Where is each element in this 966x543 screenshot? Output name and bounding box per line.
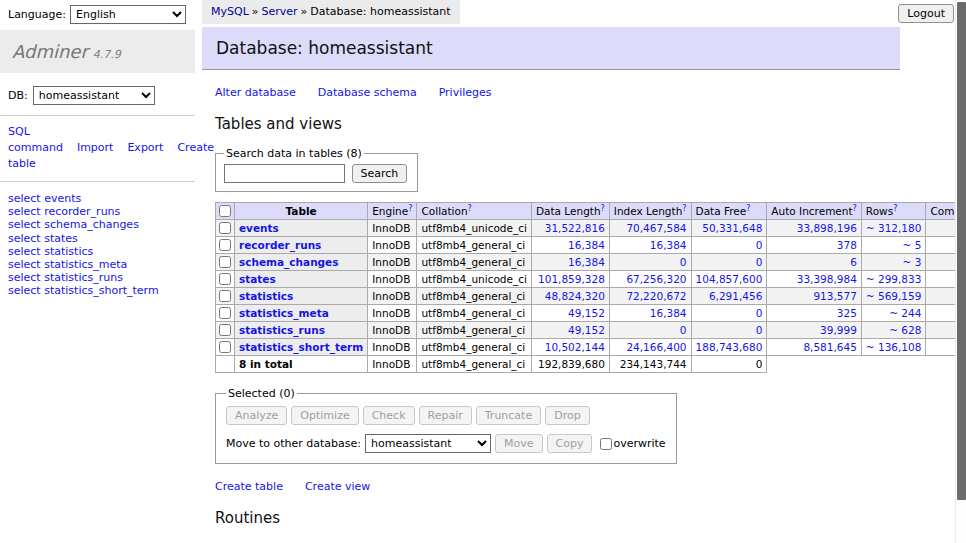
search-button[interactable]: Search [352,164,408,183]
data-free-link[interactable]: 0 [756,307,763,319]
sidebar-select-table-link[interactable]: select recorder_runs [8,205,120,218]
language-select[interactable]: English [70,5,186,24]
index-length-link[interactable]: 67,256,320 [626,273,686,285]
sidebar-select-table-link[interactable]: select statistics_runs [8,271,123,284]
row-checkbox[interactable] [219,341,231,353]
data-free-link[interactable]: 104,857,600 [696,273,763,285]
sidebar-select-table-link[interactable]: select statistics_short_term [8,284,159,297]
selected-action-button[interactable]: Check [363,406,415,425]
table-name-link[interactable]: statistics_runs [239,324,325,336]
column-help-link[interactable]: ? [408,204,412,213]
rows-count-link[interactable]: ~ 299,833 [866,273,922,285]
auto-increment-link[interactable]: 33,398,984 [797,273,857,285]
row-checkbox[interactable] [219,256,231,268]
row-checkbox[interactable] [219,222,231,234]
data-length-link[interactable]: 101,859,328 [538,273,605,285]
data-length-link[interactable]: 49,152 [568,307,605,319]
sidebar-select-table-link[interactable]: select statistics [8,245,93,258]
sidebar-action-link[interactable]: Export [127,141,163,154]
database-action-link[interactable]: Alter database [215,86,296,99]
rows-count-link[interactable]: ~ 5 [903,239,922,251]
select-all-checkbox[interactable] [219,205,231,217]
sidebar-select-table-link[interactable]: select events [8,192,81,205]
table-name-link[interactable]: states [239,273,276,285]
move-button[interactable]: Move [495,434,543,453]
database-action-link[interactable]: Privileges [439,86,492,99]
db-select[interactable]: homeassistant [33,86,155,105]
data-length-link[interactable]: 49,152 [568,324,605,336]
index-length-link[interactable]: 0 [680,256,687,268]
rows-count-link[interactable]: ~ 3 [903,256,922,268]
sidebar-select-table-link[interactable]: select statistics_meta [8,258,127,271]
data-length-link[interactable]: 16,384 [568,256,605,268]
data-length-link[interactable]: 48,824,320 [545,290,605,302]
row-checkbox[interactable] [219,324,231,336]
index-length-link[interactable]: 72,220,672 [626,290,686,302]
index-length-link[interactable]: 0 [680,324,687,336]
table-name-link[interactable]: schema_changes [239,256,339,268]
data-free-link[interactable]: 188,743,680 [696,341,763,353]
copy-button[interactable]: Copy [547,434,593,453]
table-name-link[interactable]: statistics_short_term [239,341,363,353]
row-checkbox[interactable] [219,290,231,302]
create-link[interactable]: Create table [215,480,283,493]
vertical-scrollbar[interactable] [955,0,966,543]
auto-increment-link[interactable]: 378 [837,239,857,251]
data-free-link[interactable]: 0 [756,239,763,251]
auto-increment-link[interactable]: 39,999 [820,324,857,336]
selected-action-button[interactable]: Analyze [226,406,287,425]
column-help-link[interactable]: ? [468,204,472,213]
database-action-link[interactable]: Database schema [318,86,417,99]
create-link[interactable]: Create view [305,480,370,493]
data-free-link[interactable]: 0 [756,324,763,336]
data-free-link[interactable]: 50,331,648 [702,222,762,234]
auto-increment-link[interactable]: 8,581,645 [803,341,856,353]
column-help-link[interactable]: ? [893,204,897,213]
selected-action-button[interactable]: Truncate [476,406,541,425]
rows-count-link[interactable]: ~ 136,108 [866,341,922,353]
search-input[interactable] [224,164,345,183]
auto-increment-link[interactable]: 33,898,196 [797,222,857,234]
rows-count-link[interactable]: ~ 244 [889,307,921,319]
auto-increment-link[interactable]: 325 [837,307,857,319]
index-length-link[interactable]: 16,384 [650,307,687,319]
breadcrumb-server-link[interactable]: Server [262,5,298,18]
scrollbar-thumb[interactable] [957,2,966,500]
sidebar-select-table-link[interactable]: select states [8,232,78,245]
auto-increment-link[interactable]: 6 [850,256,857,268]
move-db-select[interactable]: homeassistant [365,434,491,453]
index-length-link[interactable]: 24,166,400 [626,341,686,353]
rows-count-link[interactable]: ~ 312,180 [866,222,922,234]
sidebar-action-link[interactable]: SQL command [8,125,63,154]
data-length-link[interactable]: 10,502,144 [545,341,605,353]
data-length-link[interactable]: 31,522,816 [545,222,605,234]
table-name-link[interactable]: recorder_runs [239,239,321,251]
selected-action-button[interactable]: Optimize [291,406,358,425]
index-length-link[interactable]: 70,467,584 [626,222,686,234]
rows-count-link[interactable]: ~ 628 [889,324,921,336]
row-checkbox[interactable] [219,307,231,319]
column-help-link[interactable]: ? [853,204,857,213]
table-name-link[interactable]: statistics_meta [239,307,329,319]
row-checkbox[interactable] [219,273,231,285]
overwrite-checkbox[interactable] [600,438,612,450]
logout-button[interactable]: Logout [898,4,954,23]
table-name-link[interactable]: statistics [239,290,293,302]
auto-increment-link[interactable]: 913,577 [813,290,856,302]
row-checkbox[interactable] [219,239,231,251]
selected-action-button[interactable]: Repair [419,406,472,425]
sidebar-action-link[interactable]: Import [77,141,114,154]
index-length-link[interactable]: 16,384 [650,239,687,251]
breadcrumb-mysql-link[interactable]: MySQL [211,5,249,18]
column-help-link[interactable]: ? [682,204,686,213]
selected-action-button[interactable]: Drop [545,406,589,425]
table-row: statistics_meta InnoDB utf8mb4_general_c… [216,305,966,322]
column-help-link[interactable]: ? [601,204,605,213]
column-help-link[interactable]: ? [746,204,750,213]
table-name-link[interactable]: events [239,222,279,234]
data-free-link[interactable]: 0 [756,256,763,268]
data-free-link[interactable]: 6,291,456 [709,290,762,302]
data-length-link[interactable]: 16,384 [568,239,605,251]
rows-count-link[interactable]: ~ 569,159 [866,290,922,302]
sidebar-select-table-link[interactable]: select schema_changes [8,218,139,231]
